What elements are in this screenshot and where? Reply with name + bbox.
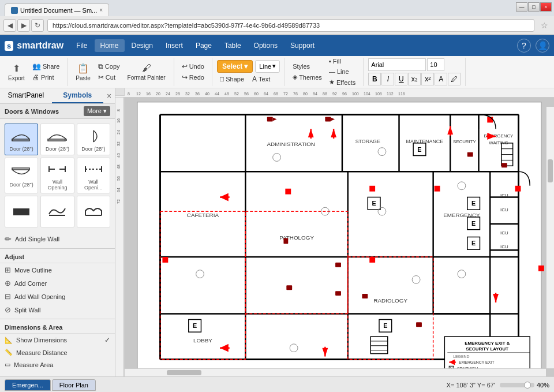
font-size-input[interactable]: 10 — [427, 58, 444, 71]
more-button[interactable]: More ▾ — [84, 106, 110, 116]
symbol-door-3[interactable]: Door (28") — [77, 124, 110, 155]
symbol-door-1[interactable]: Door (28") — [5, 124, 38, 155]
symbol-arch[interactable] — [77, 196, 110, 227]
format-painter-button[interactable]: 🖌 Format Painter — [124, 61, 169, 83]
cut-icon: ✂ — [98, 73, 104, 81]
bookmark-icon[interactable]: ☆ — [538, 19, 551, 32]
highlight-button[interactable]: 🖊 — [448, 73, 461, 85]
share-button[interactable]: 👥 Share — [29, 61, 62, 72]
zoom-thumb[interactable] — [524, 382, 531, 389]
minimize-button[interactable]: — — [516, 2, 527, 12]
tab-close-icon[interactable]: × — [99, 7, 103, 13]
svg-rect-145 — [335, 291, 341, 296]
tab-emergency[interactable]: Emergen... — [5, 379, 51, 391]
zoom-control[interactable]: 40% — [500, 382, 549, 389]
effects-button[interactable]: ★ Effects — [326, 77, 358, 87]
maximize-button[interactable]: □ — [528, 2, 540, 12]
underline-button[interactable]: U — [395, 73, 407, 85]
menu-table[interactable]: Table — [219, 39, 247, 52]
shape-button[interactable]: □ Shape — [217, 74, 247, 84]
select-group: Select ▾ Line ▾ □ Shape A Text — [217, 58, 285, 86]
menu-page[interactable]: Page — [190, 39, 218, 52]
menu-file[interactable]: File — [70, 39, 93, 52]
svg-text:60: 60 — [254, 92, 259, 96]
panel-close-button[interactable]: × — [103, 88, 115, 103]
export-button[interactable]: ⬆ Export — [5, 61, 28, 83]
select-button[interactable]: Select ▾ — [217, 60, 253, 73]
vertical-scrollbar[interactable] — [546, 107, 554, 368]
show-dim-icon: 📐 — [5, 337, 13, 344]
symbol-wave[interactable] — [40, 196, 74, 227]
redo-button[interactable]: ↪ Redo — [179, 72, 207, 83]
close-window-button[interactable]: × — [540, 2, 552, 12]
symbol-door-1-label: Door (28") — [10, 146, 33, 152]
tab-bar: Untitled Document — Sm... × — □ × — [0, 0, 554, 16]
svg-rect-2 — [48, 139, 65, 141]
svg-rect-151 — [435, 186, 440, 192]
menu-options[interactable]: Options — [248, 39, 283, 52]
symbol-door-2[interactable]: Door (28") — [40, 124, 74, 155]
undo-button[interactable]: ↩ Undo — [179, 61, 207, 72]
add-wall-opening-item[interactable]: ⊟ Add Wall Opening — [0, 290, 115, 303]
smartpanel-tab[interactable]: SmartPanel — [0, 88, 52, 103]
scroll-thumb-vertical[interactable] — [548, 159, 553, 182]
bold-button[interactable]: B — [368, 73, 381, 85]
symbols-tab[interactable]: Symbols — [52, 88, 104, 103]
select-label: Select — [222, 62, 242, 70]
address-bar[interactable]: https://cloud.smartdraw.com/editor.aspx?… — [47, 19, 534, 32]
menu-home[interactable]: Home — [95, 39, 125, 52]
menu-design[interactable]: Design — [126, 39, 159, 52]
forward-button[interactable]: ▶ — [17, 19, 30, 32]
line2-label: Line — [337, 68, 349, 75]
share-print-group: 👥 Share 🖨 Print — [29, 61, 62, 83]
line2-button[interactable]: — Line — [326, 67, 358, 76]
copy-button[interactable]: ⧉ Copy — [95, 61, 123, 72]
paste-button[interactable]: 📋 Paste — [72, 61, 94, 83]
scroll-thumb-horizontal[interactable] — [167, 370, 201, 375]
print-button[interactable]: 🖨 Print — [29, 72, 62, 83]
font-name-input[interactable]: Arial — [368, 58, 426, 71]
cut-button[interactable]: ✂ Cut — [95, 72, 123, 83]
measure-area-item[interactable]: ▭ Measure Area — [0, 359, 115, 371]
canvas-area[interactable]: 8 12 16 20 24 28 32 36 40 44 48 52 56 60… — [115, 88, 554, 376]
browser-tab[interactable]: Untitled Document — Sm... × — [5, 3, 109, 16]
back-button[interactable]: ◀ — [3, 19, 16, 32]
symbol-wall-opening[interactable]: Wall Opening — [40, 158, 74, 193]
fill-button[interactable]: ▪ Fill — [326, 57, 358, 66]
line-dropdown[interactable]: Line ▾ — [255, 60, 280, 73]
svg-text:RADIOLOGY: RADIOLOGY — [373, 297, 407, 304]
svg-text:CAFETERIA: CAFETERIA — [187, 212, 219, 218]
superscript-button[interactable]: x² — [421, 73, 434, 85]
symbol-door-4[interactable]: Door (28") — [5, 158, 38, 193]
symbol-wall-openi[interactable]: Wall Openi... — [77, 158, 110, 193]
show-dimensions-item[interactable]: 📐 Show Dimensions ✓ — [0, 334, 115, 346]
move-outline-item[interactable]: ⊞ Move Outline — [0, 263, 115, 277]
copy-label: Copy — [105, 63, 120, 70]
format-painter-icon: 🖌 — [142, 63, 151, 73]
add-single-wall-button[interactable]: ✏ Add Single Wall — [0, 232, 115, 246]
font-color-button[interactable]: A — [435, 73, 447, 85]
svg-text:ICU: ICU — [500, 207, 508, 212]
split-wall-item[interactable]: ⊘ Split Wall — [0, 303, 115, 316]
measure-distance-item[interactable]: 📏 Measure Distance — [0, 346, 115, 359]
measure-dist-label: Measure Distance — [16, 349, 68, 356]
user-icon[interactable]: 👤 — [536, 39, 549, 53]
zoom-slider[interactable] — [500, 383, 534, 387]
refresh-button[interactable]: ↻ — [31, 19, 44, 32]
horizontal-scrollbar[interactable] — [125, 368, 546, 376]
help-icon[interactable]: ? — [517, 39, 531, 53]
symbol-grid: Door (28") Door (28") Door (28") — [0, 119, 115, 232]
menu-insert[interactable]: Insert — [160, 39, 189, 52]
themes-button[interactable]: ◈ Themes — [290, 72, 325, 82]
subscript-button[interactable]: x₂ — [408, 73, 421, 85]
symbol-solid[interactable] — [5, 196, 38, 227]
share-icon: 👥 — [32, 62, 41, 70]
tab-floor-plan[interactable]: Floor Plan — [52, 379, 96, 391]
styles-button[interactable]: Styles — [290, 62, 325, 71]
drawing-canvas[interactable]: ADMINISTRATION STORAGE MAINTENANCE SECUR… — [125, 98, 554, 376]
doors-windows-label: Doors & Windows — [5, 108, 59, 115]
italic-button[interactable]: I — [381, 73, 394, 85]
text-button[interactable]: A Text — [249, 74, 273, 84]
menu-support[interactable]: Support — [285, 39, 320, 52]
add-corner-item[interactable]: ⊕ Add Corner — [0, 277, 115, 290]
